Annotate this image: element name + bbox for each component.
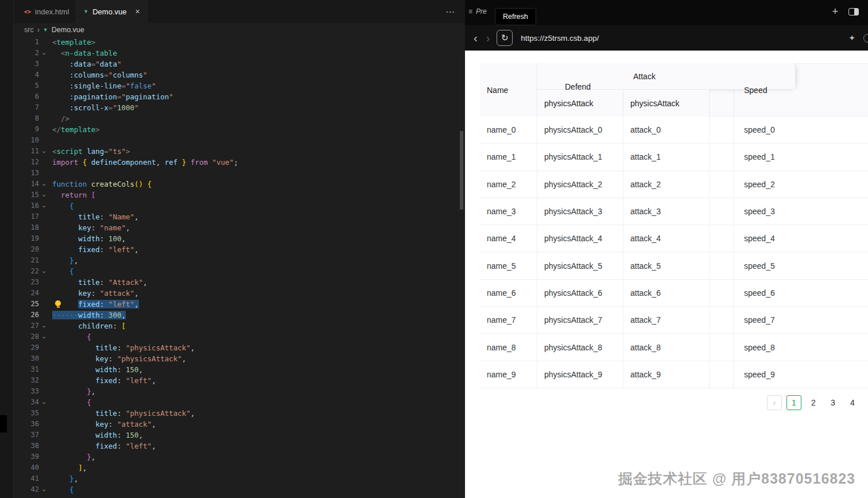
breadcrumb-file[interactable]: Demo.vue	[52, 26, 84, 34]
fold-chevron-icon[interactable]: ›	[39, 190, 49, 200]
code-line-text[interactable]: :columns="columns"	[49, 70, 148, 80]
sparkle-icon[interactable]: ✦	[848, 33, 855, 43]
line-number: 20	[14, 244, 39, 255]
code-line-text[interactable]: :pagination="pagination"	[49, 91, 173, 102]
fold-chevron-icon[interactable]: ›	[39, 200, 49, 211]
fold-chevron-icon[interactable]: ›	[39, 331, 49, 342]
code-line: 1<template>	[14, 37, 465, 48]
line-number: 4	[14, 70, 39, 80]
code-line-text[interactable]: },	[49, 451, 95, 462]
code-line: 36 key: "attack",	[14, 419, 465, 430]
layout-panel-icon[interactable]	[848, 8, 859, 16]
close-tab-icon[interactable]: ×	[135, 7, 140, 16]
col-header-speed[interactable]: Speed	[734, 63, 868, 117]
url-text[interactable]: https://z5trsm.csb.app/	[521, 34, 599, 43]
code-line-text[interactable]: key: "name",	[49, 222, 130, 233]
code-line-text[interactable]: title: "Name",	[49, 211, 139, 222]
fold-spacer	[39, 288, 49, 299]
code-line-text[interactable]: width: 150,	[49, 364, 143, 375]
code-line-text[interactable]: </template>	[49, 124, 100, 135]
code-line: 26······width: 300,	[14, 310, 465, 321]
code-line-text[interactable]: {	[49, 200, 74, 211]
fold-spacer	[39, 277, 49, 288]
code-line-text[interactable]: key: "attack",	[49, 419, 156, 430]
code-line-text[interactable]: :single-line="false"	[49, 80, 156, 91]
fold-chevron-icon[interactable]: ›	[39, 146, 49, 157]
pagination-page-4[interactable]: 4	[845, 395, 860, 410]
fold-chevron-icon[interactable]: ›	[39, 266, 49, 277]
fold-chevron-icon[interactable]: ›	[39, 397, 49, 408]
pagination-page-1[interactable]: 1	[786, 395, 801, 410]
preview-tab[interactable]: ≡ Pre	[468, 7, 487, 16]
code-line-text[interactable]: key: "attack",	[49, 288, 139, 299]
code-line-text[interactable]: <template>	[49, 37, 95, 48]
breadcrumb-folder[interactable]: src	[24, 26, 34, 34]
code-line-text[interactable]: },	[49, 386, 95, 397]
code-line-text[interactable]: import { defineComponent, ref } from "vu…	[49, 157, 238, 168]
line-number: 3	[14, 59, 39, 70]
tab-index-html[interactable]: <> index.html	[17, 0, 76, 23]
code-line-text[interactable]: key: "physicsAttack",	[49, 353, 186, 364]
code-line: 27› children: [	[14, 321, 465, 331]
code-line-text[interactable]: ],	[49, 462, 87, 473]
code-line-text[interactable]: title: "physicsAttack",	[49, 342, 195, 353]
code-line-text[interactable]: {	[49, 484, 74, 495]
back-button[interactable]: ‹	[474, 32, 478, 45]
code-line-text[interactable]: <script lang="ts">	[49, 146, 130, 157]
code-line-text[interactable]	[49, 168, 52, 179]
code-line: 40 ],	[14, 462, 465, 473]
col-header-name[interactable]: Name	[480, 63, 537, 117]
code-line-text[interactable]: ······width: 300,	[49, 310, 126, 321]
table-cell: attack_8	[623, 334, 710, 360]
forward-button[interactable]: ›	[486, 32, 490, 45]
code-line-text[interactable]: },	[49, 255, 78, 266]
code-line-text[interactable]: width: 100,	[49, 233, 126, 244]
html-file-icon: <>	[24, 9, 31, 15]
fold-chevron-icon[interactable]: ›	[39, 484, 49, 495]
code-line-text[interactable]: width: 150,	[49, 430, 143, 441]
col-header-physicsattack-2[interactable]: physicsAttack	[623, 90, 710, 117]
table-cell: speed_6	[734, 280, 868, 306]
line-number: 27	[14, 321, 39, 331]
editor-scrollbar[interactable]	[460, 131, 463, 210]
code-line: 29 title: "physicsAttack",	[14, 342, 465, 353]
code-line-text[interactable]	[49, 135, 52, 146]
code-line-text[interactable]: fixed: "left",	[49, 244, 139, 255]
pagination-prev-button[interactable]: ‹	[767, 395, 782, 410]
table-cell: physicsAttack_3	[537, 198, 623, 225]
breadcrumb[interactable]: src › ▼ Demo.vue	[14, 23, 465, 37]
code-line-text[interactable]: {	[49, 397, 91, 408]
code-line-text[interactable]: title: "Attack",	[49, 277, 148, 288]
code-line-text[interactable]: {	[49, 331, 91, 342]
code-line-text[interactable]: fixed: "left",	[49, 299, 139, 310]
new-tab-icon[interactable]: +	[832, 6, 838, 17]
code-line: 39 },	[14, 451, 465, 462]
code-line-text[interactable]: function createCols() {	[49, 179, 152, 190]
fold-spacer	[39, 168, 49, 179]
code-line-text[interactable]: },	[49, 473, 78, 484]
code-line: 10	[14, 135, 465, 146]
code-line-text[interactable]: <n-data-table	[49, 48, 117, 59]
fold-chevron-icon[interactable]: ›	[39, 179, 49, 190]
code-line-text[interactable]: :data="data"	[49, 59, 121, 70]
tab-demo-vue[interactable]: ▼ Demo.vue ×	[76, 0, 147, 23]
fold-spacer	[39, 222, 49, 233]
code-line-text[interactable]: title: "physicsAttack",	[49, 408, 195, 419]
fold-chevron-icon[interactable]: ›	[39, 321, 49, 331]
pagination-page-2[interactable]: 2	[806, 395, 821, 410]
fold-chevron-icon[interactable]: ›	[39, 48, 49, 59]
code-line-text[interactable]: />	[49, 113, 69, 124]
reload-button[interactable]: ↻	[497, 30, 513, 46]
lightbulb-icon[interactable]	[55, 300, 61, 306]
pagination-page-3[interactable]: 3	[826, 395, 840, 410]
tab-overflow-button[interactable]: ⋯	[435, 6, 465, 17]
code-line-text[interactable]: :scroll-x="1000"	[49, 102, 139, 113]
col-header-physicsattack-1[interactable]: physicsAttack	[537, 90, 623, 117]
table-cell: speed_7	[734, 307, 868, 333]
code-line-text[interactable]: fixed: "left",	[49, 375, 156, 386]
code-line-text[interactable]: children: [	[49, 321, 126, 331]
code-area[interactable]: 1<template>2› <n-data-table3 :data="data…	[14, 37, 465, 498]
code-line-text[interactable]: fixed: "left",	[49, 441, 156, 451]
code-line-text[interactable]: return [	[49, 190, 95, 200]
code-line-text[interactable]: {	[49, 266, 74, 277]
